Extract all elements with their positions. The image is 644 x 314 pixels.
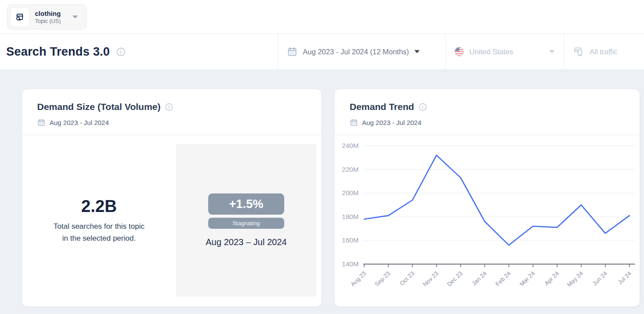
svg-text:Apr 24: Apr 24 — [543, 270, 560, 287]
total-volume-value: 2.2B — [81, 197, 117, 216]
entity-type: Topic (US) — [35, 18, 61, 25]
svg-text:Jun 24: Jun 24 — [591, 270, 609, 287]
demand-size-date-range: Aug 2023 - Jul 2024 — [50, 119, 109, 126]
country-label: United States — [469, 48, 544, 56]
topbar: clothing Topic (US) — [0, 0, 644, 34]
demand-size-title: Demand Size (Total Volume) — [37, 102, 160, 112]
description-line-1: Total searches for this topic — [53, 222, 145, 231]
svg-text:140M: 140M — [342, 261, 358, 268]
entity-selector-chip[interactable]: clothing Topic (US) — [7, 4, 87, 30]
date-range-label: Aug 2023 - Jul 2024 (12 Months) — [303, 48, 409, 56]
svg-text:Nov 23: Nov 23 — [422, 270, 440, 288]
svg-text:240M: 240M — [342, 142, 358, 149]
demand-size-card: Demand Size (Total Volume) — [22, 89, 321, 306]
chevron-down-icon — [414, 50, 420, 53]
change-period-label: Aug 2023 – Jul 2024 — [206, 237, 287, 247]
trend-status-badge: Stagnating — [208, 218, 284, 229]
country-selector[interactable]: United States — [445, 34, 564, 69]
demand-size-header: Demand Size (Total Volume) — [22, 89, 321, 135]
main-content: Demand Size (Total Volume) — [0, 70, 644, 314]
demand-size-body: 2.2B Total searches for this topic in th… — [22, 135, 321, 302]
line-chart-svg: 140M160M180M200M220M240MAug 23Sep 23Oct … — [335, 135, 640, 299]
traffic-label: All traffic — [590, 48, 617, 56]
demand-trend-chart: 140M160M180M200M220M240MAug 23Sep 23Oct … — [335, 135, 640, 299]
demand-trend-date-range: Aug 2023 - Jul 2024 — [362, 119, 421, 126]
svg-text:180M: 180M — [342, 213, 358, 220]
topic-search-icon — [15, 12, 25, 23]
entity-icon-tile — [10, 8, 30, 27]
header-title-wrap: Search Trends 3.0 — [0, 34, 278, 69]
demand-size-total-block: 2.2B Total searches for this topic in th… — [22, 144, 176, 297]
svg-text:200M: 200M — [342, 189, 358, 197]
header-row: Search Trends 3.0 Aug 2023 - Jul 2024 (1… — [0, 34, 644, 70]
description-line-2: in the selected period. — [62, 234, 136, 242]
calendar-icon — [287, 46, 297, 57]
entity-text: clothing Topic (US) — [35, 9, 61, 25]
svg-text:Mar 24: Mar 24 — [518, 270, 536, 288]
us-flag-icon — [454, 47, 464, 57]
traffic-type-selector[interactable]: All traffic — [564, 34, 644, 69]
svg-text:Feb 24: Feb 24 — [494, 270, 512, 288]
chevron-down-icon — [72, 15, 78, 19]
svg-text:Dec 23: Dec 23 — [446, 270, 464, 288]
svg-text:220M: 220M — [342, 166, 358, 173]
svg-text:Aug 23: Aug 23 — [349, 270, 367, 288]
demand-trend-header: Demand Trend — [335, 89, 640, 135]
page-title: Search Trends 3.0 — [6, 45, 110, 59]
info-icon[interactable] — [165, 103, 173, 111]
info-icon[interactable] — [419, 103, 427, 111]
calendar-icon — [350, 118, 358, 127]
svg-text:Jul 24: Jul 24 — [617, 270, 633, 286]
total-volume-description: Total searches for this topic in the sel… — [53, 220, 145, 244]
entity-name: clothing — [35, 9, 61, 18]
devices-icon — [573, 46, 584, 57]
info-icon[interactable] — [116, 47, 126, 57]
calendar-icon — [37, 118, 46, 127]
demand-trend-card: Demand Trend — [335, 89, 640, 306]
svg-text:Sep 23: Sep 23 — [373, 270, 392, 288]
svg-text:May 24: May 24 — [566, 270, 584, 288]
demand-change-panel: +1.5% Stagnating Aug 2023 – Jul 2024 — [176, 144, 316, 297]
chevron-down-icon — [549, 50, 555, 53]
svg-text:160M: 160M — [342, 237, 358, 244]
demand-trend-title: Demand Trend — [350, 102, 414, 112]
date-range-picker[interactable]: Aug 2023 - Jul 2024 (12 Months) — [278, 34, 445, 69]
change-percent-badge: +1.5% — [208, 193, 284, 215]
svg-text:Jan 24: Jan 24 — [470, 270, 488, 287]
svg-text:Oct 23: Oct 23 — [398, 270, 415, 287]
